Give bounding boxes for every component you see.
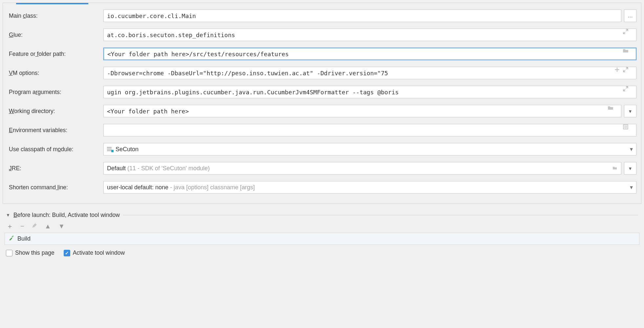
row-program-args: Program arguments: — [3, 84, 641, 100]
row-feature-path: Feature or folder path: — [3, 46, 641, 61]
row-main-class: Main class: … — [3, 8, 641, 23]
chevron-down-icon: ▾ — [629, 165, 632, 172]
row-glue: Glue: — [3, 27, 641, 42]
move-down-button[interactable]: ▼ — [58, 223, 65, 229]
checkbox-unchecked-icon — [6, 250, 12, 256]
chevron-down-icon: ▾ — [629, 108, 632, 114]
label-main-class: Main class: — [8, 12, 99, 19]
main-class-input[interactable] — [103, 10, 621, 22]
move-up-button[interactable]: ▲ — [45, 223, 51, 229]
row-shorten-cmd: Shorten command line: user-local default… — [3, 180, 641, 195]
jre-dropdown-button[interactable]: ▾ — [624, 162, 636, 175]
show-page-checkbox[interactable]: Show this page — [6, 249, 54, 256]
label-program-args: Program arguments: — [8, 89, 99, 96]
chevron-down-icon: ▾ — [630, 184, 633, 191]
row-classpath-module: Use classpath of module: SeCuton ▾ — [3, 142, 641, 157]
row-vm-options: VM options: — [3, 65, 641, 81]
label-jre: JRE: — [8, 165, 99, 172]
label-glue: Glue: — [8, 32, 99, 38]
ellipsis-icon: … — [628, 13, 633, 19]
disclosure-triangle-icon: ▼ — [6, 213, 10, 218]
working-dir-input[interactable] — [103, 105, 621, 117]
remove-button[interactable]: − — [20, 223, 24, 229]
label-vm-options: VM options: — [8, 70, 99, 77]
show-page-label: Show this page — [15, 249, 54, 256]
jre-value: Default (11 - SDK of 'SeCuton' module) — [107, 165, 210, 172]
footer-options: Show this page ✓ Activate tool window — [0, 246, 644, 257]
working-dir-dropdown-button[interactable]: ▾ — [624, 105, 636, 117]
before-launch-title: Before launch: Build, Activate tool wind… — [13, 212, 120, 219]
row-jre: JRE: Default (11 - SDK of 'SeCuton' modu… — [3, 161, 641, 176]
hammer-icon — [8, 235, 14, 243]
edit-button[interactable] — [32, 223, 37, 229]
jre-select[interactable]: Default (11 - SDK of 'SeCuton' module) — [103, 162, 621, 175]
program-args-input[interactable] — [103, 86, 636, 98]
chevron-down-icon: ▾ — [630, 146, 633, 153]
before-launch-item-label: Build — [17, 235, 31, 242]
add-button[interactable]: ＋ — [7, 223, 13, 229]
feature-path-input[interactable] — [103, 48, 636, 60]
label-env-vars: Environment variables: — [8, 127, 99, 134]
row-env-vars: Environment variables: — [3, 123, 641, 138]
activate-tool-checkbox[interactable]: ✓ Activate tool window — [64, 249, 125, 256]
glue-input[interactable] — [103, 29, 636, 41]
vm-options-input[interactable] — [103, 67, 636, 79]
before-launch-item-build[interactable]: Build — [5, 233, 639, 245]
label-working-dir: Working directory: — [8, 108, 99, 115]
module-icon — [107, 147, 113, 152]
before-launch-toolbar: ＋ − ▲ ▼ — [0, 221, 644, 231]
configuration-panel: Main class: … Glue: Feature or folder pa… — [3, 3, 641, 204]
before-launch-header[interactable]: ▼ Before launch: Build, Activate tool wi… — [0, 210, 644, 221]
env-vars-input[interactable] — [103, 124, 636, 136]
shorten-cmd-value: user-local default: none - java [options… — [107, 184, 255, 191]
activate-tool-label: Activate tool window — [73, 249, 125, 256]
label-classpath-module: Use classpath of module: — [8, 146, 99, 153]
browse-main-class-button[interactable]: … — [624, 10, 636, 22]
divider — [123, 215, 638, 215]
classpath-module-select[interactable]: SeCuton ▾ — [103, 143, 636, 155]
active-tab-indicator — [16, 3, 88, 4]
checkbox-checked-icon: ✓ — [64, 250, 70, 256]
shorten-cmd-select[interactable]: user-local default: none - java [options… — [103, 181, 636, 194]
label-shorten-cmd: Shorten command line: — [8, 184, 99, 191]
row-working-dir: Working directory: ▾ — [3, 104, 641, 119]
label-feature-path: Feature or folder path: — [8, 51, 99, 58]
folder-icon[interactable] — [612, 165, 618, 172]
classpath-module-value: SeCuton — [116, 146, 139, 153]
